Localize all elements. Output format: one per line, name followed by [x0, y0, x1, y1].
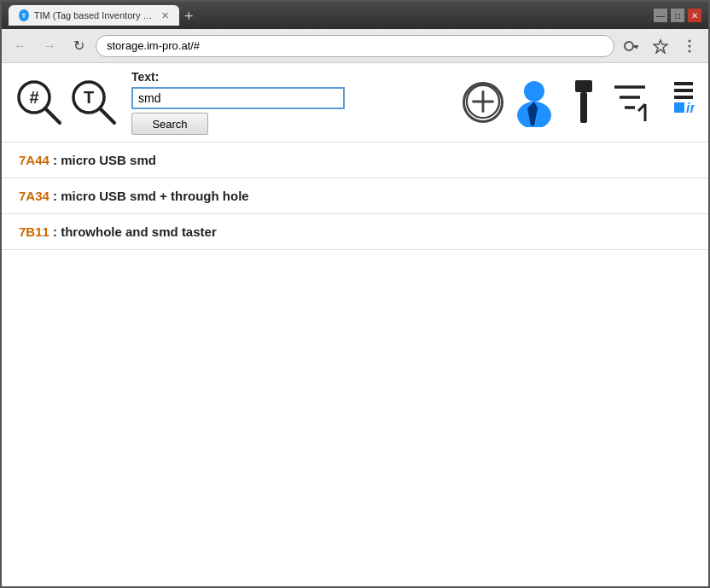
- result-separator-0: :: [53, 153, 61, 167]
- svg-line-13: [100, 108, 114, 123]
- text-search-icon: T: [70, 79, 118, 126]
- result-desc-2: throwhole and smd taster: [61, 224, 217, 239]
- tab-close-button[interactable]: ✕: [161, 10, 169, 21]
- key-icon-button[interactable]: [620, 34, 643, 58]
- title-bar: T TIM (Tag based Inventory Mana… ✕ + — □…: [2, 2, 708, 29]
- search-input[interactable]: [131, 87, 345, 109]
- maximize-button[interactable]: □: [671, 9, 684, 22]
- tab-title: TIM (Tag based Inventory Mana…: [34, 10, 153, 20]
- result-desc-0: micro USB smd: [61, 153, 156, 167]
- result-item-2[interactable]: 7B11 : throwhole and smd taster: [2, 214, 708, 250]
- svg-rect-21: [580, 92, 587, 123]
- tools-button[interactable]: [565, 80, 602, 125]
- list-im-icon: im: [657, 80, 695, 125]
- tag-search-button[interactable]: #: [15, 79, 63, 126]
- result-separator-2: :: [53, 224, 61, 239]
- result-id-0: 7A44: [19, 153, 49, 167]
- search-form: Text: Search: [131, 70, 345, 135]
- hammer-icon: [565, 80, 602, 125]
- svg-rect-27: [674, 82, 693, 85]
- svg-point-17: [524, 81, 544, 102]
- result-item-0[interactable]: 7A44 : micro USB smd: [2, 143, 708, 178]
- svg-text:T: T: [84, 88, 94, 107]
- text-search-button[interactable]: T: [70, 79, 118, 126]
- star-icon: [653, 38, 668, 54]
- menu-dots-icon: [682, 38, 697, 54]
- close-button[interactable]: ✕: [688, 9, 701, 22]
- toolbar-right: im: [463, 78, 695, 127]
- forward-button[interactable]: →: [38, 34, 61, 58]
- page-content: # T Text: Search: [2, 63, 708, 586]
- list-view-button[interactable]: im: [657, 80, 695, 125]
- add-circle-icon: [465, 83, 501, 120]
- filter-icon: [611, 80, 649, 125]
- search-button[interactable]: Search: [131, 113, 208, 135]
- user-icon: [512, 78, 556, 127]
- hash-search-icon: #: [15, 79, 63, 126]
- tab-area: T TIM (Tag based Inventory Mana… ✕ +: [9, 5, 650, 26]
- browser-window: T TIM (Tag based Inventory Mana… ✕ + — □…: [0, 0, 710, 588]
- result-item-1[interactable]: 7A34 : micro USB smd + through hole: [2, 178, 708, 214]
- menu-button[interactable]: [678, 34, 701, 58]
- svg-marker-4: [654, 40, 667, 53]
- svg-line-10: [45, 108, 60, 123]
- key-icon: [624, 38, 639, 54]
- svg-point-0: [625, 42, 633, 50]
- minimize-button[interactable]: —: [654, 9, 667, 22]
- svg-rect-30: [674, 102, 684, 113]
- refresh-button[interactable]: ↻: [67, 34, 90, 58]
- nav-icons: [620, 34, 701, 58]
- result-desc-1: micro USB smd + through hole: [61, 189, 248, 203]
- result-separator-1: :: [53, 189, 61, 203]
- add-item-button[interactable]: [463, 82, 503, 123]
- bookmark-star-button[interactable]: [649, 34, 672, 58]
- svg-rect-29: [674, 96, 693, 99]
- svg-point-7: [689, 49, 691, 52]
- result-id-1: 7A34: [19, 189, 49, 203]
- tab-favicon: T: [19, 9, 29, 21]
- svg-point-6: [689, 44, 691, 47]
- svg-rect-28: [674, 89, 693, 92]
- search-label: Text:: [131, 70, 345, 84]
- browser-tab[interactable]: T TIM (Tag based Inventory Mana… ✕: [9, 5, 179, 26]
- svg-point-5: [689, 39, 691, 42]
- address-bar[interactable]: [96, 35, 614, 57]
- new-tab-button[interactable]: +: [179, 9, 199, 24]
- results-area: 7A44 : micro USB smd 7A34 : micro USB sm…: [2, 143, 708, 250]
- window-controls: — □ ✕: [654, 9, 701, 22]
- back-button[interactable]: ←: [9, 34, 32, 58]
- svg-text:#: #: [29, 88, 38, 107]
- app-toolbar: # T Text: Search: [2, 63, 708, 143]
- user-profile-button[interactable]: [512, 78, 556, 127]
- svg-rect-20: [575, 80, 592, 92]
- svg-text:im: im: [686, 101, 695, 115]
- nav-bar: ← → ↻: [2, 29, 708, 63]
- result-id-2: 7B11: [19, 224, 49, 239]
- filter-button[interactable]: [611, 80, 649, 125]
